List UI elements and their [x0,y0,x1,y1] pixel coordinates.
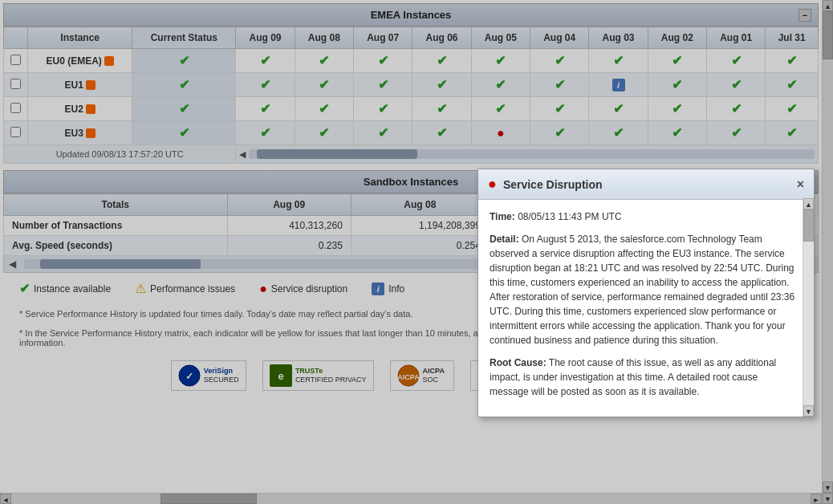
modal-body: Time: 08/05/13 11:43 PM UTC Detail: On A… [478,200,814,417]
modal-close-btn[interactable]: × [797,177,804,192]
service-disruption-modal: ● Service Disruption × Time: 08/05/13 11… [477,169,815,417]
modal-time-value: 08/05/13 11:43 PM UTC [518,211,621,222]
modal-scrollbar-thumb[interactable] [803,209,814,242]
modal-overlay[interactable]: ● Service Disruption × Time: 08/05/13 11… [0,0,833,504]
modal-root-cause: Root Cause: The root cause of this issue… [490,356,799,399]
modal-disruption-icon: ● [488,176,497,193]
page-wrapper: EMEA Instances − Instance Current Status… [0,0,833,504]
modal-root-cause-label: Root Cause: [490,357,547,368]
modal-detail-label: Detail: [490,234,519,245]
modal-detail: Detail: On August 5 2013, the salesforce… [490,232,799,348]
modal-scroll-up-btn[interactable]: ▲ [803,198,814,209]
modal-header: ● Service Disruption × [478,169,814,200]
modal-scroll-down-btn[interactable]: ▼ [803,405,814,417]
modal-scrollbar[interactable]: ▲ ▼ [803,198,814,417]
modal-time: Time: 08/05/13 11:43 PM UTC [490,209,799,224]
modal-time-label: Time: [490,211,515,222]
modal-detail-text: On August 5 2013, the salesforce.com Tec… [490,234,794,346]
modal-title: Service Disruption [503,178,603,191]
